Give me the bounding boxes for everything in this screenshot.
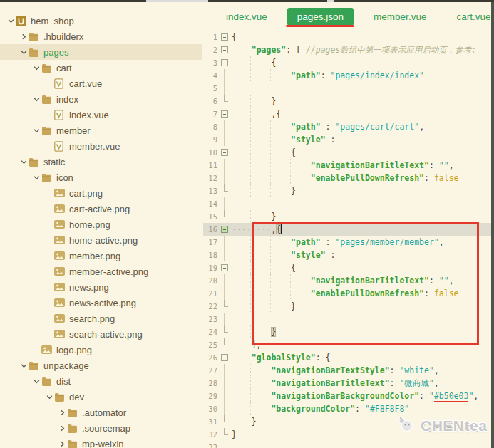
code-line-9[interactable]: 9 "style" :: [203, 133, 491, 146]
code-line-24[interactable]: 24 }: [203, 325, 491, 338]
chevron-down-icon[interactable]: [44, 394, 54, 400]
code-text[interactable]: "navigationBarTextStyle": "white",: [230, 364, 439, 377]
tree-item-dev[interactable]: dev: [0, 389, 202, 405]
code-text[interactable]: "navigationBarTitleText": "",: [230, 159, 454, 172]
tree-item-cart-active-png[interactable]: cart-active.png: [0, 201, 202, 217]
tree-item-unpackage[interactable]: unpackage: [0, 358, 202, 373]
code-text[interactable]: [230, 441, 232, 448]
chevron-down-icon[interactable]: [19, 363, 29, 369]
code-line-33[interactable]: 33: [203, 441, 491, 448]
code-line-22[interactable]: 22 }: [203, 300, 491, 313]
tree-item-cart-vue[interactable]: cart.vue: [0, 75, 202, 91]
code-text[interactable]: "path" : "pages/cart/cart",: [230, 120, 424, 133]
code-line-2[interactable]: 2 "pages": [ //pages数组中第一项表示应用启动页，参考:: [203, 43, 491, 56]
code-line-12[interactable]: 12 "enablePullDownRefresh": false: [203, 172, 491, 184]
code-line-15[interactable]: 15 }: [203, 210, 491, 223]
chevron-right-icon[interactable]: [57, 441, 67, 447]
tree-item--sourcemap[interactable]: .sourcemap: [0, 420, 202, 436]
fold-marker-icon[interactable]: [219, 146, 230, 159]
code-editor[interactable]: 1{2 "pages": [ //pages数组中第一项表示应用启动页，参考:3…: [203, 31, 491, 448]
code-line-13[interactable]: 13 }: [203, 184, 491, 197]
code-text[interactable]: "navigationBarBackgroundColor": "#b50e03…: [230, 390, 478, 402]
tree-item-search-png[interactable]: search.png: [0, 311, 202, 326]
code-line-8[interactable]: 8 "path" : "pages/cart/cart",: [203, 120, 491, 133]
chevron-right-icon[interactable]: [57, 425, 67, 432]
code-line-4[interactable]: 4 "path": "pages/index/index": [203, 69, 491, 82]
tree-item-hem-shop[interactable]: hem_shop: [0, 13, 202, 28]
tree-item-home-active-png[interactable]: home-active.png: [0, 232, 202, 248]
code-text[interactable]: "style" :: [230, 249, 335, 261]
code-line-26[interactable]: 26 "globalStyle": {: [203, 351, 491, 364]
code-line-11[interactable]: 11 "navigationBarTitleText": "",: [203, 159, 491, 172]
code-line-7[interactable]: 7 ,{: [203, 108, 491, 120]
code-text[interactable]: "pages": [ //pages数组中第一项表示应用启动页，参考:: [230, 43, 476, 56]
tree-item-cart-png[interactable]: cart.png: [0, 185, 202, 201]
fold-marker-icon[interactable]: [219, 108, 230, 120]
code-text[interactable]: "path" : "pages/member/member",: [230, 236, 444, 249]
tree-item-icon[interactable]: icon: [0, 170, 202, 185]
code-line-30[interactable]: 30 "backgroundColor": "#F8F8F8": [203, 402, 491, 415]
tree-item--automator[interactable]: .automator: [0, 405, 202, 420]
chevron-right-icon[interactable]: [19, 33, 29, 40]
tree-item--hbuilderx[interactable]: .hbuilderx: [0, 28, 202, 44]
code-line-6[interactable]: 6 }: [203, 95, 491, 108]
code-text[interactable]: [230, 313, 232, 325]
code-line-3[interactable]: 3 {: [203, 56, 491, 69]
code-text[interactable]: {: [230, 146, 296, 159]
code-text[interactable]: "enablePullDownRefresh": false: [230, 172, 459, 184]
tree-item-index-vue[interactable]: index.vue: [0, 107, 202, 123]
code-text[interactable]: }: [230, 300, 296, 313]
code-text[interactable]: "globalStyle": {: [230, 351, 331, 364]
tree-item-index[interactable]: index: [0, 91, 202, 107]
chevron-down-icon[interactable]: [19, 49, 29, 56]
code-line-10[interactable]: 10 {: [203, 146, 491, 159]
code-text[interactable]: }: [230, 210, 276, 223]
code-text[interactable]: [230, 82, 232, 95]
tree-item-member-png[interactable]: member.png: [0, 248, 202, 264]
code-line-23[interactable]: 23: [203, 313, 491, 325]
code-text[interactable]: "navigationBarTitleText": "",: [230, 274, 454, 287]
chevron-down-icon[interactable]: [6, 18, 16, 24]
code-text[interactable]: "backgroundColor": "#F8F8F8": [230, 402, 409, 415]
fold-marker-icon[interactable]: [219, 31, 230, 43]
chevron-down-icon[interactable]: [19, 159, 29, 165]
fold-marker-icon[interactable]: [219, 351, 230, 364]
code-text[interactable]: "enablePullDownRefresh": false: [230, 287, 459, 300]
tree-item-mp-weixin[interactable]: mp-weixin: [0, 436, 202, 448]
code-text[interactable]: }: [230, 428, 237, 441]
code-text[interactable]: }: [230, 184, 296, 197]
tree-item-search-active-png[interactable]: search-active.png: [0, 326, 202, 342]
chevron-down-icon[interactable]: [31, 378, 41, 385]
tree-item-member[interactable]: member: [0, 123, 202, 138]
tree-item-static[interactable]: static: [0, 154, 202, 170]
code-line-29[interactable]: 29 "navigationBarBackgroundColor": "#b50…: [203, 390, 491, 402]
tab-index-vue[interactable]: index.vue: [216, 8, 277, 26]
fold-marker-icon[interactable]: [219, 223, 230, 236]
tree-item-cart[interactable]: cart: [0, 60, 202, 75]
code-text[interactable]: "navigationBarTitleText": "微商城",: [230, 377, 439, 390]
tree-item-pages[interactable]: pages: [0, 44, 202, 60]
tree-item-member-active-png[interactable]: member-active.png: [0, 264, 202, 279]
code-line-28[interactable]: 28 "navigationBarTitleText": "微商城",: [203, 377, 491, 390]
code-text[interactable]: {: [230, 31, 237, 43]
code-text[interactable]: ········,{: [230, 223, 282, 236]
code-line-16[interactable]: 16········,{: [203, 223, 491, 236]
chevron-down-icon[interactable]: [31, 127, 41, 134]
code-line-21[interactable]: 21 "enablePullDownRefresh": false: [203, 287, 491, 300]
tree-item-news-active-png[interactable]: news-active.png: [0, 295, 202, 311]
tab-member-vue[interactable]: member.vue: [364, 8, 436, 26]
chevron-right-icon[interactable]: [57, 410, 67, 416]
code-text[interactable]: "style" :: [230, 133, 335, 146]
tree-item-dist[interactable]: dist: [0, 373, 202, 389]
chevron-down-icon[interactable]: [31, 65, 41, 71]
code-line-5[interactable]: 5: [203, 82, 491, 95]
fold-marker-icon[interactable]: [219, 56, 230, 69]
code-text[interactable]: ],: [230, 338, 262, 351]
code-line-20[interactable]: 20 "navigationBarTitleText": "",: [203, 274, 491, 287]
code-text[interactable]: "path": "pages/index/index": [230, 69, 424, 82]
code-line-14[interactable]: 14: [203, 197, 491, 210]
fold-marker-icon[interactable]: [219, 43, 230, 56]
code-line-25[interactable]: 25 ],: [203, 338, 491, 351]
code-text[interactable]: [230, 197, 232, 210]
code-line-18[interactable]: 18 "style" :: [203, 249, 491, 261]
